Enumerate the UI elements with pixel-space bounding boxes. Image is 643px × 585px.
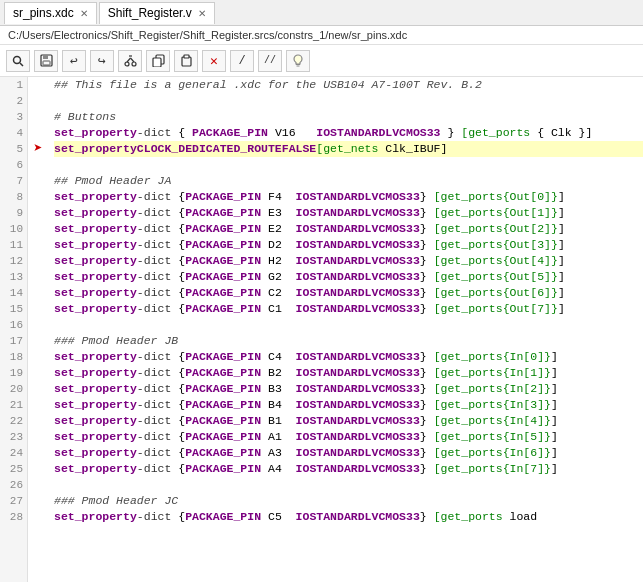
line-numbers: 1234567891011121314151617181920212223242… xyxy=(0,77,28,582)
code-line: set_property -dict {PACKAGE_PIN A1 IOSTA… xyxy=(54,429,643,445)
code-line: ### Pmod Header JB xyxy=(54,333,643,349)
arrow-cell xyxy=(28,189,48,205)
code-line: set_property -dict {PACKAGE_PIN B4 IOSTA… xyxy=(54,397,643,413)
line-number: 26 xyxy=(0,477,23,493)
code-line: ## This file is a general .xdc for the U… xyxy=(54,77,643,93)
delete-button[interactable]: ✕ xyxy=(202,50,226,72)
code-line: set_property -dict {PACKAGE_PIN C4 IOSTA… xyxy=(54,349,643,365)
arrow-cell xyxy=(28,173,48,189)
save-button[interactable] xyxy=(34,50,58,72)
code-line: set_property -dict {PACKAGE_PIN H2 IOSTA… xyxy=(54,253,643,269)
tab-close-shift-register[interactable]: ✕ xyxy=(198,8,206,19)
arrow-cell xyxy=(28,317,48,333)
line-number: 8 xyxy=(0,189,23,205)
code-line: set_property -dict {PACKAGE_PIN G2 IOSTA… xyxy=(54,269,643,285)
breadcrumb: C:/Users/Electronics/Shift_Register/Shif… xyxy=(0,26,643,45)
bulb-button[interactable] xyxy=(286,50,310,72)
svg-rect-4 xyxy=(43,61,50,65)
copy-button[interactable] xyxy=(146,50,170,72)
arrow-cell xyxy=(28,93,48,109)
arrow-cell xyxy=(28,429,48,445)
line-number: 17 xyxy=(0,333,23,349)
arrow-cell xyxy=(28,205,48,221)
search-button[interactable] xyxy=(6,50,30,72)
code-line xyxy=(54,477,643,493)
arrow-cell xyxy=(28,301,48,317)
tab-close-sr-pins[interactable]: ✕ xyxy=(80,8,88,19)
line-number: 14 xyxy=(0,285,23,301)
arrow-cell xyxy=(28,365,48,381)
svg-rect-11 xyxy=(153,58,161,67)
line-number: 3 xyxy=(0,109,23,125)
line-number: 24 xyxy=(0,445,23,461)
paste-button[interactable] xyxy=(174,50,198,72)
tab-shift-register[interactable]: Shift_Register.v ✕ xyxy=(99,2,215,24)
code-line: set_property CLOCK_DEDICATED_ROUTE FALSE… xyxy=(54,141,643,157)
code-line: set_property -dict {PACKAGE_PIN C5 IOSTA… xyxy=(54,509,643,525)
code-line: set_property -dict {PACKAGE_PIN B1 IOSTA… xyxy=(54,413,643,429)
arrow-cell xyxy=(28,333,48,349)
line-number: 9 xyxy=(0,205,23,221)
line-number: 6 xyxy=(0,157,23,173)
line-number: 18 xyxy=(0,349,23,365)
arrow-cell xyxy=(28,109,48,125)
arrow-cell xyxy=(28,285,48,301)
code-line xyxy=(54,317,643,333)
undo-button[interactable]: ↩ xyxy=(62,50,86,72)
code-line: set_property -dict {PACKAGE_PIN F4 IOSTA… xyxy=(54,189,643,205)
arrow-cell xyxy=(28,269,48,285)
line-number: 23 xyxy=(0,429,23,445)
code-line: ### Pmod Header JC xyxy=(54,493,643,509)
toolbar: ↩ ↪ ✕ / // xyxy=(0,45,643,77)
svg-line-7 xyxy=(127,58,131,62)
code-line: ## Pmod Header JA xyxy=(54,173,643,189)
arrow-cell xyxy=(28,157,48,173)
svg-point-5 xyxy=(125,62,129,66)
comment-button[interactable]: / xyxy=(230,50,254,72)
code-line xyxy=(54,157,643,173)
code-line: # Buttons xyxy=(54,109,643,125)
svg-line-8 xyxy=(130,58,134,62)
arrow-cell xyxy=(28,413,48,429)
line-number: 13 xyxy=(0,269,23,285)
svg-point-6 xyxy=(132,62,136,66)
code-line: set_property -dict {PACKAGE_PIN A3 IOSTA… xyxy=(54,445,643,461)
line-number: 20 xyxy=(0,381,23,397)
arrow-cell xyxy=(28,253,48,269)
arrow-cell xyxy=(28,125,48,141)
code-line: set_property -dict {PACKAGE_PIN C1 IOSTA… xyxy=(54,301,643,317)
code-line xyxy=(54,93,643,109)
line-number: 10 xyxy=(0,221,23,237)
line-number: 21 xyxy=(0,397,23,413)
code-line: set_property -dict {PACKAGE_PIN E3 IOSTA… xyxy=(54,205,643,221)
line-number: 11 xyxy=(0,237,23,253)
arrow-cell xyxy=(28,477,48,493)
cut-button[interactable] xyxy=(118,50,142,72)
arrow-cell xyxy=(28,237,48,253)
arrow-cell xyxy=(28,397,48,413)
redo-button[interactable]: ↪ xyxy=(90,50,114,72)
line-number: 4 xyxy=(0,125,23,141)
arrow-cell xyxy=(28,77,48,93)
code-line: set_property -dict {PACKAGE_PIN B3 IOSTA… xyxy=(54,381,643,397)
line-number: 2 xyxy=(0,93,23,109)
arrow-cell xyxy=(28,509,48,525)
line-number: 7 xyxy=(0,173,23,189)
svg-point-0 xyxy=(14,56,21,63)
tab-sr-pins[interactable]: sr_pins.xdc ✕ xyxy=(4,2,97,24)
code-area: 1234567891011121314151617181920212223242… xyxy=(0,77,643,582)
line-number: 22 xyxy=(0,413,23,429)
arrow-cell xyxy=(28,349,48,365)
code-line: set_property -dict { PACKAGE_PIN V16 IOS… xyxy=(54,125,643,141)
arrow-column: ➤ xyxy=(28,77,48,582)
svg-rect-13 xyxy=(184,55,189,58)
arrow-cell xyxy=(28,445,48,461)
line-number: 25 xyxy=(0,461,23,477)
block-comment-button[interactable]: // xyxy=(258,50,282,72)
code-content[interactable]: ## This file is a general .xdc for the U… xyxy=(48,77,643,582)
line-number: 1 xyxy=(0,77,23,93)
code-line: set_property -dict {PACKAGE_PIN E2 IOSTA… xyxy=(54,221,643,237)
line-number: 5 xyxy=(0,141,23,157)
arrow-cell xyxy=(28,381,48,397)
line-number: 28 xyxy=(0,509,23,525)
